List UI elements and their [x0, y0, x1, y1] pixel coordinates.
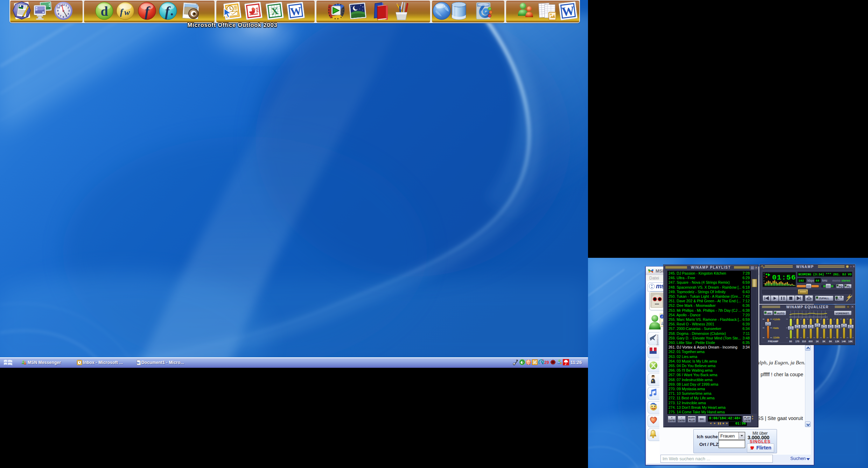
svg-text:kHz: kHz	[822, 279, 827, 282]
svg-text:NCOMING (3:34) *** 261. DJ VO: NCOMING (3:34) *** 261. DJ VO	[798, 273, 852, 276]
svg-text:EQ: EQ	[839, 285, 843, 288]
svg-text:2: 2	[68, 6, 69, 9]
svg-text:170: 170	[795, 340, 799, 343]
svg-text:W: W	[289, 4, 302, 18]
svg-text:W: W	[561, 4, 575, 19]
svg-text:14K: 14K	[842, 340, 846, 343]
svg-text:AUTO: AUTO	[777, 312, 784, 315]
svg-text:A: A	[763, 275, 765, 277]
svg-text:01:56: 01:56	[772, 274, 796, 282]
svg-text:VOREINST.: VOREINST.	[835, 312, 849, 315]
svg-text:60: 60	[789, 340, 792, 343]
svg-text:44: 44	[816, 279, 819, 283]
svg-text:3K: 3K	[822, 340, 826, 343]
svg-text:d: d	[100, 4, 108, 19]
svg-text:8: 8	[58, 12, 59, 15]
svg-text:mono: mono	[832, 279, 840, 282]
svg-text:9: 9	[57, 9, 58, 12]
svg-text:6: 6	[63, 15, 64, 19]
svg-text:w: w	[124, 8, 130, 17]
svg-text:3: 3	[68, 9, 70, 12]
svg-text:AN: AN	[767, 312, 771, 315]
svg-text:WINAMP: WINAMP	[796, 265, 814, 269]
svg-text:11: 11	[59, 4, 62, 7]
svg-text:310: 310	[802, 340, 806, 343]
svg-text:600: 600	[808, 340, 813, 343]
svg-text:16K: 16K	[848, 340, 853, 343]
svg-text:192: 192	[798, 279, 804, 283]
svg-text:1K: 1K	[816, 340, 819, 343]
svg-text:PREAMP: PREAMP	[768, 340, 778, 343]
svg-text:WINAMP EQUALIZER: WINAMP EQUALIZER	[786, 305, 828, 309]
svg-text:1: 1	[65, 4, 67, 7]
svg-text:+12db: +12db	[772, 318, 780, 321]
svg-text:O: O	[763, 273, 765, 275]
svg-text:PL: PL	[847, 285, 850, 288]
svg-text:7: 7	[60, 14, 61, 18]
svg-text:stereo: stereo	[841, 279, 850, 282]
svg-text:-12db: -12db	[772, 336, 779, 339]
svg-text:12K: 12K	[835, 340, 840, 343]
svg-text:+0db: +0db	[772, 326, 779, 330]
svg-text:V: V	[763, 282, 765, 284]
svg-text:X: X	[271, 5, 279, 17]
svg-text:W: W	[137, 361, 140, 365]
svg-text:ZUFALL: ZUFALL	[819, 297, 829, 300]
svg-text:6K: 6K	[829, 340, 832, 343]
svg-text:D: D	[763, 280, 765, 282]
svg-text:kbps: kbps	[807, 279, 814, 282]
